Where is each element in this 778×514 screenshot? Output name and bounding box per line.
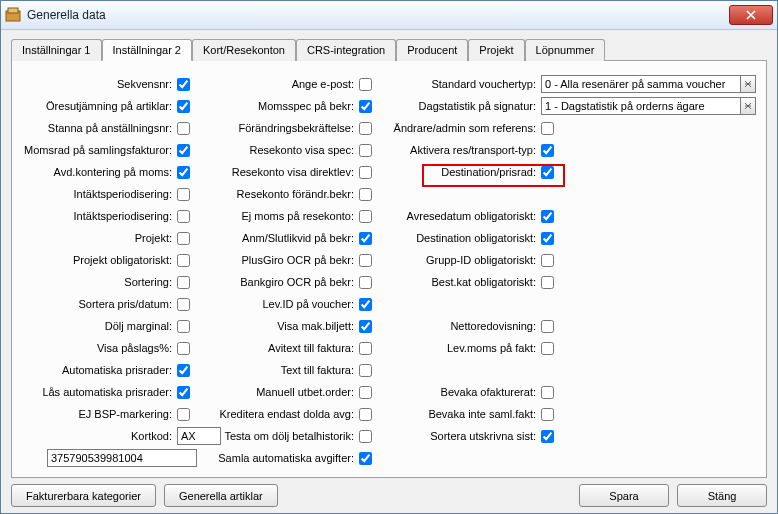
col2-check-7[interactable] — [359, 232, 372, 245]
control-cell — [359, 317, 381, 335]
control-cell — [177, 97, 199, 115]
dialog-window: Generella data Inställningar 1Inställnin… — [0, 0, 778, 514]
control-cell — [177, 405, 199, 423]
col1-label-13: Automatiska prisrader: — [22, 364, 177, 376]
col2-check-2[interactable] — [359, 122, 372, 135]
col3-check-11[interactable] — [541, 320, 554, 333]
col1-check-10[interactable] — [177, 298, 190, 311]
tab-l-pnummer[interactable]: Löpnummer — [525, 39, 606, 61]
control-cell — [541, 449, 756, 467]
col1-label-6: Intäktsperiodisering: — [22, 210, 177, 222]
col1-check-8[interactable] — [177, 254, 190, 267]
col2-check-6[interactable] — [359, 210, 372, 223]
col2-check-1[interactable] — [359, 100, 372, 113]
col2-check-15[interactable] — [359, 408, 372, 421]
col2-check-17[interactable] — [359, 452, 372, 465]
control-cell — [359, 361, 381, 379]
fakturerbara-button[interactable]: Fakturerbara kategorier — [11, 484, 156, 507]
col2-check-0[interactable] — [359, 78, 372, 91]
col1-check-1[interactable] — [177, 100, 190, 113]
col2-check-4[interactable] — [359, 166, 372, 179]
close-dialog-button[interactable]: Stäng — [677, 484, 767, 507]
col3-check-3[interactable] — [541, 144, 554, 157]
close-icon — [746, 10, 756, 20]
col3-check-8[interactable] — [541, 254, 554, 267]
col2-label-13: Text till faktura: — [199, 364, 359, 376]
control-cell — [359, 405, 381, 423]
col3-check-7[interactable] — [541, 232, 554, 245]
col2-check-8[interactable] — [359, 254, 372, 267]
col1-check-5[interactable] — [177, 188, 190, 201]
col1-check-3[interactable] — [177, 144, 190, 157]
col3-dropdown-0-value[interactable] — [541, 75, 740, 93]
tab-crs-integration[interactable]: CRS-integration — [296, 39, 396, 61]
col2-label-0: Ange e-post: — [199, 78, 359, 90]
col3-check-12[interactable] — [541, 342, 554, 355]
col1-check-7[interactable] — [177, 232, 190, 245]
col3-label-1: Dagstatistik på signatur: — [381, 100, 541, 112]
col3-dropdown-0-toggle[interactable] — [740, 75, 756, 93]
dropdown-icon — [744, 102, 752, 110]
col1-check-4[interactable] — [177, 166, 190, 179]
col1-check-15[interactable] — [177, 408, 190, 421]
button-bar: Fakturerbara kategorier Generella artikl… — [11, 478, 767, 507]
col3-check-2[interactable] — [541, 122, 554, 135]
col3-label-12: Lev.moms på fakt: — [381, 342, 541, 354]
col3-check-16[interactable] — [541, 430, 554, 443]
settings-grid: Sekvensnr:Ange e-post:Standard voucherty… — [22, 75, 756, 467]
col3-dropdown-1-toggle[interactable] — [740, 97, 756, 115]
col2-check-16[interactable] — [359, 430, 372, 443]
spacer — [286, 484, 571, 507]
col3-label-3: Aktivera res/transport-typ: — [381, 144, 541, 156]
close-button[interactable] — [729, 5, 773, 25]
control-cell — [359, 273, 381, 291]
tab-inst-llningar-2[interactable]: Inställningar 2 — [102, 39, 193, 61]
col3-check-9[interactable] — [541, 276, 554, 289]
col2-check-13[interactable] — [359, 364, 372, 377]
col1-label-10: Sortera pris/datum: — [22, 298, 177, 310]
kortnr-input[interactable] — [47, 449, 197, 467]
col2-check-3[interactable] — [359, 144, 372, 157]
control-cell — [177, 339, 199, 357]
save-button[interactable]: Spara — [579, 484, 669, 507]
window-title: Generella data — [27, 8, 729, 22]
col3-check-15[interactable] — [541, 408, 554, 421]
tab-kort-resekonton[interactable]: Kort/Resekonton — [192, 39, 296, 61]
control-cell — [541, 273, 756, 291]
col2-label-14: Manuell utbet.order: — [199, 386, 359, 398]
col3-dropdown-1[interactable] — [541, 97, 756, 115]
control-cell — [359, 427, 381, 445]
control-cell — [359, 251, 381, 269]
col1-check-11[interactable] — [177, 320, 190, 333]
col1-check-0[interactable] — [177, 78, 190, 91]
col1-check-12[interactable] — [177, 342, 190, 355]
control-cell — [359, 339, 381, 357]
col3-check-4[interactable] — [541, 166, 554, 179]
col3-label-6: Avresedatum obligatoriskt: — [381, 210, 541, 222]
col1-check-6[interactable] — [177, 210, 190, 223]
tab-inst-llningar-1[interactable]: Inställningar 1 — [11, 39, 102, 61]
col1-check-14[interactable] — [177, 386, 190, 399]
col2-label-7: Anm/Slutlikvid på bekr: — [199, 232, 359, 244]
col1-check-2[interactable] — [177, 122, 190, 135]
col3-dropdown-0[interactable] — [541, 75, 756, 93]
control-cell — [177, 185, 199, 203]
col3-dropdown-1-value[interactable] — [541, 97, 740, 115]
generella-artiklar-button[interactable]: Generella artiklar — [164, 484, 278, 507]
col1-check-9[interactable] — [177, 276, 190, 289]
col3-check-6[interactable] — [541, 210, 554, 223]
control-cell — [177, 119, 199, 137]
col2-check-5[interactable] — [359, 188, 372, 201]
control-cell — [541, 339, 756, 357]
tab-producent[interactable]: Producent — [396, 39, 468, 61]
tab-panel: Sekvensnr:Ange e-post:Standard voucherty… — [11, 60, 767, 478]
col2-check-10[interactable] — [359, 298, 372, 311]
col2-check-11[interactable] — [359, 320, 372, 333]
col2-check-9[interactable] — [359, 276, 372, 289]
col3-check-14[interactable] — [541, 386, 554, 399]
tab-projekt[interactable]: Projekt — [468, 39, 524, 61]
col1-check-13[interactable] — [177, 364, 190, 377]
col2-check-12[interactable] — [359, 342, 372, 355]
col2-check-14[interactable] — [359, 386, 372, 399]
control-cell — [541, 207, 756, 225]
